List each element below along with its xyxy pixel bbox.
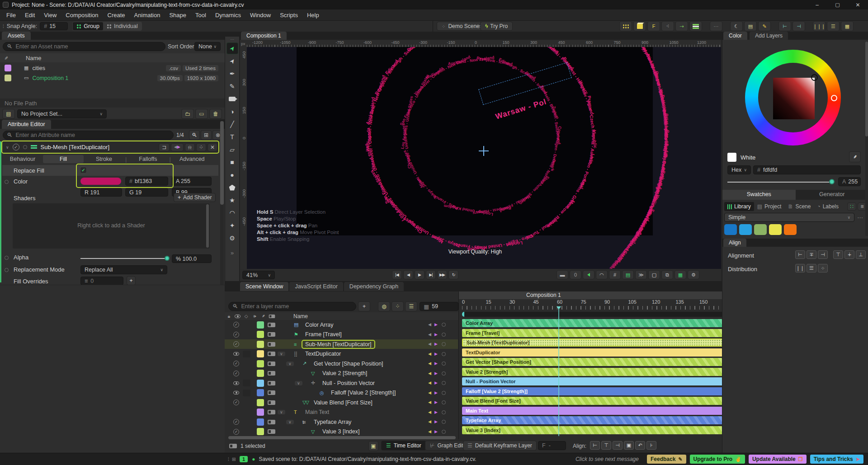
menu-item-help[interactable]: Help (302, 10, 324, 20)
layer-row[interactable]: ✓∨↗Get Vector [Shape Position]◀▶ (225, 359, 458, 368)
add-attribute-icon[interactable]: ⊞ (201, 130, 212, 140)
layer-expand-chevron[interactable]: ∨ (286, 362, 294, 366)
play-icon[interactable]: ▶ (415, 270, 425, 279)
next-keyframe-icon[interactable]: ▶ (434, 352, 438, 356)
alpha-slider-knob[interactable] (165, 256, 170, 261)
scene-tab-0[interactable]: Scene Window (240, 282, 288, 291)
layer-camera-icon[interactable] (268, 420, 275, 424)
layer-camera-icon[interactable] (268, 400, 275, 405)
playhead[interactable] (556, 306, 560, 436)
layer-enabled-checkbox[interactable]: ✓ (233, 371, 239, 376)
menu-item-dynamics[interactable]: Dynamics (211, 10, 245, 20)
layer-enabled-checkbox[interactable]: ✓ (233, 332, 239, 338)
prev-keyframe-icon[interactable]: ◀ (428, 410, 431, 414)
ellipse-tool[interactable]: ● (226, 169, 238, 181)
layer-visible-eye-icon[interactable] (233, 391, 239, 395)
direct-select-tool[interactable]: ➤ (226, 55, 238, 67)
shader-scrollbar[interactable] (206, 204, 209, 248)
library-swatch[interactable] (769, 224, 782, 235)
next-keyframe-icon[interactable]: ▶ (434, 342, 438, 346)
skip-icon[interactable]: ≫ (635, 270, 647, 279)
group-toggle[interactable]: Group (73, 22, 103, 30)
asset-search-input[interactable]: 🔍︎ (3, 42, 165, 51)
layer-camera-icon[interactable] (268, 342, 275, 347)
panel-alpha-field[interactable]: A255 (838, 177, 861, 186)
keyframe-toggle-circle[interactable] (442, 333, 446, 337)
next-keyframe-icon[interactable]: ▶ (434, 381, 438, 385)
keyframe-toggle-circle[interactable] (442, 430, 446, 434)
scene-tab-1[interactable]: JavaScript Editor (289, 282, 343, 291)
hex-mode-dropdown[interactable]: Hex∨ (727, 165, 751, 174)
alpha-keyframe-icon[interactable] (5, 256, 9, 260)
scatter-icon[interactable]: ⁖ (661, 21, 674, 31)
align-top-icon[interactable]: ⊤ (833, 250, 843, 259)
menu-item-scripts[interactable]: Scripts (275, 10, 302, 20)
labels-source-button[interactable]: ◔Labels (814, 202, 842, 211)
notes-icon[interactable]: ▤ (744, 21, 757, 31)
dropper-icon[interactable]: ✒ (2, 54, 10, 62)
menu-item-composition[interactable]: Composition (61, 10, 103, 20)
color-keyframe-icon[interactable] (5, 180, 9, 184)
frame-value-field[interactable]: F- (538, 441, 566, 450)
add-layer-button[interactable]: + (358, 301, 370, 311)
bounds-icon[interactable]: ▢ (648, 270, 660, 279)
arc-tool[interactable]: ◠ (226, 207, 238, 219)
align-center-h-icon[interactable]: ∓ (807, 250, 816, 259)
asset-row[interactable]: ▦cities.csvUsed 2 times (0, 63, 225, 73)
sv-square[interactable] (773, 78, 815, 119)
close-attribute-icon[interactable]: ✕ (208, 143, 217, 151)
color-tab[interactable]: Color (723, 32, 747, 40)
alpha-slider[interactable] (80, 258, 167, 259)
keyframe-toggle-circle[interactable] (442, 342, 446, 346)
prev-keyframe-icon[interactable]: ◀ (428, 362, 431, 366)
grid-icon[interactable]: # (609, 270, 621, 279)
layer-enabled-checkbox[interactable]: ✓ (233, 341, 239, 347)
add-layers-tab[interactable]: Add Layers (750, 32, 788, 40)
rows-icon[interactable]: ☰ (827, 21, 840, 31)
library-swatch[interactable] (784, 224, 797, 235)
layer-expand-chevron[interactable]: ∨ (278, 352, 285, 356)
align-layers-icon[interactable] (689, 21, 702, 31)
next-keyframe-icon[interactable]: ▶ (434, 333, 438, 337)
prev-keyframe-icon[interactable]: ◀ (428, 342, 431, 346)
fill-tab-advanced[interactable]: Advanced (172, 155, 212, 163)
snap-angle-input[interactable]: #15 (40, 22, 68, 30)
panel-alpha-knob[interactable] (829, 179, 835, 184)
layer-enabled-checkbox[interactable]: ✓ (233, 361, 239, 366)
collapse-all-icon[interactable]: ⊐ (159, 143, 170, 151)
attribute-search-input[interactable]: 🔍︎ (3, 131, 174, 140)
align-kf-left-icon[interactable]: ⊢ (590, 441, 600, 450)
loop-icon[interactable]: ↻ (448, 270, 458, 279)
layer-camera-icon[interactable] (268, 371, 275, 376)
cube-icon[interactable]: ◇ (242, 314, 250, 319)
align-tab[interactable]: Align (723, 239, 746, 247)
layer-row[interactable]: ✓∨t≡Typeface Array◀▶ (225, 417, 458, 427)
more-icon[interactable]: ⋯ (710, 21, 722, 31)
library-swatch[interactable] (724, 224, 737, 235)
project-source-button[interactable]: ▤Project (754, 202, 785, 211)
prev-keyframe-icon[interactable]: ◀ (428, 323, 431, 327)
align-middle-icon[interactable]: ∔ (844, 250, 854, 259)
prev-keyframe-icon[interactable]: ◀ (428, 420, 431, 424)
rectangle-tool[interactable]: ■ (226, 156, 238, 168)
layer-solo-box[interactable] (243, 390, 250, 396)
prev-keyframe-icon[interactable]: ◀ (428, 391, 431, 395)
next-keyframe-icon[interactable]: ▶ (434, 371, 438, 376)
layer-color-swatch[interactable] (257, 399, 264, 406)
status-grid-icon[interactable]: ⊞ (232, 456, 236, 462)
orb-tool[interactable]: ◑ (226, 106, 238, 117)
individual-toggle[interactable]: Individual (103, 22, 142, 30)
color-picker-icon[interactable]: ◠ (596, 270, 608, 279)
menu-item-shape[interactable]: Shape (165, 10, 191, 20)
library-swatch[interactable] (754, 224, 767, 235)
hue-wheel[interactable] (745, 50, 841, 146)
layer-camera-icon[interactable] (268, 381, 275, 385)
maximize-button[interactable]: ▢ (827, 2, 848, 8)
next-message-hint[interactable]: Click to see next message (576, 456, 639, 462)
layer-color-swatch[interactable] (257, 389, 264, 396)
trash-icon[interactable]: 🗑︎ (209, 109, 222, 119)
project-set-dropdown[interactable]: No Project Set...∨ (17, 109, 107, 118)
layer-enabled-checkbox[interactable]: ✓ (233, 419, 239, 425)
more-tools-icon[interactable]: » (225, 249, 239, 256)
frame-display-field[interactable]: ▦59 (420, 302, 458, 311)
